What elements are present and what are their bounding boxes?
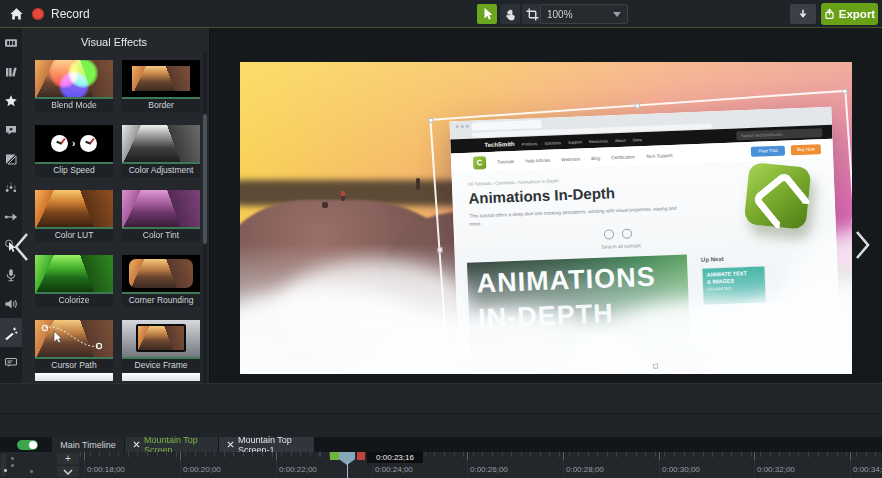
- effect-border[interactable]: Border: [122, 60, 200, 112]
- ruler-tick-label: 0:00:32;00: [757, 465, 795, 474]
- callout-icon: [4, 123, 18, 137]
- effect-corner-rounding[interactable]: Corner Rounding: [122, 255, 200, 307]
- ruler-tick-label: 0:00:34;00: [853, 465, 882, 474]
- record-button[interactable]: Record: [26, 3, 96, 25]
- canvas-zoom-select[interactable]: 100%: [540, 4, 628, 24]
- record-label: Record: [51, 7, 90, 21]
- ruler-tick-label: 0:00:18;00: [87, 465, 125, 474]
- effect-color-tint[interactable]: Color Tint: [122, 190, 200, 242]
- export-button[interactable]: Export: [821, 3, 878, 25]
- share-icon: [824, 8, 835, 20]
- timeline-toggle[interactable]: [17, 440, 38, 450]
- selection-start-handle[interactable]: [330, 452, 339, 460]
- ruler-tick-label: 0:00:26;00: [470, 465, 508, 474]
- quiz-icon: [4, 355, 18, 369]
- crop-icon: [526, 8, 539, 21]
- panel-scrollbar-thumb[interactable]: [203, 114, 207, 244]
- behaviors-icon: [4, 181, 18, 195]
- ruler-tick-label: 0:00:30;00: [662, 465, 700, 474]
- transitions-icon: [4, 152, 18, 166]
- rail-item-interactivity[interactable]: [0, 347, 22, 376]
- panel-title: Visual Effects: [22, 36, 206, 48]
- animations-icon: [4, 210, 18, 224]
- collapse-panel-chevron[interactable]: [13, 232, 30, 262]
- video-preview[interactable]: TechSmith Products Solutions Support Res…: [240, 62, 852, 374]
- effect-next-row-partial[interactable]: [122, 373, 200, 381]
- close-icon[interactable]: [133, 441, 140, 448]
- rail-item-transitions[interactable]: [0, 144, 22, 173]
- selection-handle[interactable]: [842, 89, 847, 94]
- selection-handle[interactable]: [653, 364, 658, 369]
- playhead-line: [347, 462, 348, 478]
- effect-next-row-partial[interactable]: [35, 373, 113, 381]
- download-icon: [797, 8, 809, 20]
- expand-panel-chevron[interactable]: [854, 230, 871, 260]
- playback-bar: 00:23 / 01:11 30 fps: [0, 383, 882, 413]
- selection-handle[interactable]: [428, 118, 433, 123]
- rail-item-annotations[interactable]: [0, 115, 22, 144]
- crop-tool-button[interactable]: [522, 4, 542, 24]
- selection-handle[interactable]: [437, 247, 442, 252]
- effect-color-adjustment[interactable]: Color Adjustment: [122, 125, 200, 177]
- hand-icon: [504, 8, 517, 21]
- canvas-area[interactable]: TechSmith Products Solutions Support Res…: [211, 28, 882, 383]
- star-icon: [4, 94, 18, 108]
- home-icon: [9, 7, 24, 21]
- rail-item-behaviors[interactable]: [0, 173, 22, 202]
- timeline[interactable]: + 0:00:34;000:00:32;000:00:30;000:00:28;…: [0, 452, 882, 478]
- pan-tool-button[interactable]: [500, 4, 520, 24]
- effect-device-frame[interactable]: Device Frame: [122, 320, 200, 372]
- camtasia-window: Record 100%: [0, 0, 882, 478]
- select-tool-button[interactable]: [477, 4, 497, 24]
- tab-main-timeline[interactable]: Main Timeline: [52, 437, 124, 452]
- cursor-icon: [481, 7, 494, 21]
- rail-item-voice-narration[interactable]: [0, 260, 22, 289]
- chevron-down-icon: [613, 12, 621, 17]
- effect-cursor-path[interactable]: Cursor Path: [35, 320, 113, 372]
- tab-mountain-top-screen-1[interactable]: Mountain Top Screen-1: [219, 437, 314, 452]
- edit-toolbar: − +: [0, 413, 882, 437]
- library-icon: [4, 65, 18, 79]
- tab-mountain-top-screen[interactable]: Mountain Top Screen: [125, 437, 218, 452]
- effect-clip-speed[interactable]: › Clip Speed: [35, 125, 113, 177]
- microphone-icon: [4, 268, 18, 282]
- selection-handle[interactable]: [635, 103, 640, 108]
- export-label: Export: [839, 8, 875, 20]
- rail-item-visual-effects[interactable]: [0, 318, 22, 347]
- magic-wand-icon: [4, 326, 18, 340]
- ruler-tick-label: 0:00:28;00: [566, 465, 604, 474]
- record-icon: [32, 8, 44, 20]
- media-icon: [4, 36, 18, 50]
- close-icon[interactable]: [227, 441, 234, 448]
- selection-handle[interactable]: [851, 218, 852, 223]
- selection-bounding-box[interactable]: [429, 90, 852, 374]
- rail-item-library[interactable]: [0, 57, 22, 86]
- ruler-tick-label: 0:00:22;00: [279, 465, 317, 474]
- home-button[interactable]: [4, 4, 28, 24]
- rail-item-audio-effects[interactable]: [0, 289, 22, 318]
- selection-end-handle[interactable]: [357, 452, 365, 460]
- playhead-time-label: 0:00:23;16: [367, 452, 423, 463]
- canvas-zoom-value: 100%: [547, 9, 573, 20]
- effect-color-lut[interactable]: Color LUT: [35, 190, 113, 242]
- quick-export-button[interactable]: [790, 4, 816, 24]
- effect-colorize[interactable]: Colorize: [35, 255, 113, 307]
- visual-effects-panel: Visual Effects Blend Mode Border › Clip …: [22, 28, 210, 413]
- ruler-tick-label: 0:00:24;00: [375, 465, 413, 474]
- top-bar: Record 100%: [0, 0, 882, 28]
- tools-rail: [0, 28, 22, 413]
- rail-item-media[interactable]: [0, 28, 22, 57]
- speaker-icon: [4, 297, 18, 311]
- rail-item-animations[interactable]: [0, 202, 22, 231]
- ruler-tick-label: 0:00:20;00: [183, 465, 221, 474]
- timeline-tabs-row: Main Timeline Mountain Top Screen Mounta…: [0, 437, 882, 452]
- timeline-ruler[interactable]: 0:00:34;000:00:32;000:00:30;000:00:28;00…: [0, 452, 882, 478]
- effect-blend-mode[interactable]: Blend Mode: [35, 60, 113, 112]
- rail-item-favorites[interactable]: [0, 86, 22, 115]
